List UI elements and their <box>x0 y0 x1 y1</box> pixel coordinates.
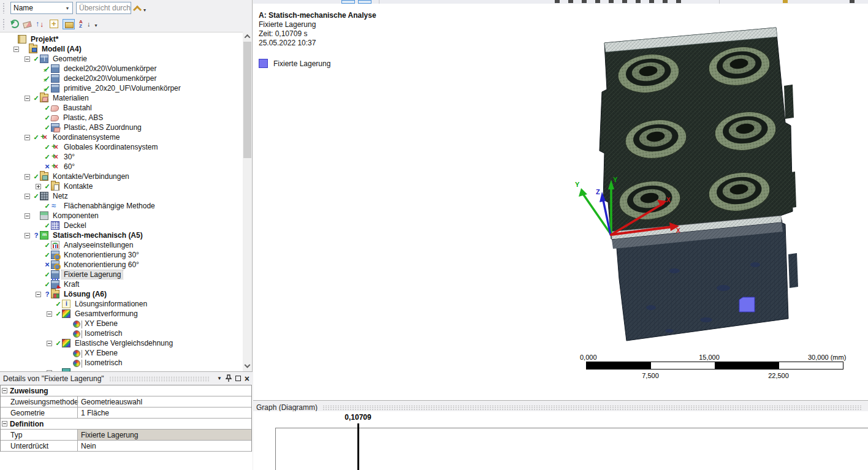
tree-item[interactable]: ✓deckel20x20\Volumenkörper <box>0 64 243 74</box>
tree-item[interactable]: ?Lösung (A6) <box>0 289 243 299</box>
tree-item[interactable]: ✓deckel20x20\Volumenkörper <box>0 74 243 83</box>
expand-toggle-icon[interactable] <box>47 341 52 346</box>
axes-icon <box>51 143 59 151</box>
status-x-icon: × <box>44 162 51 171</box>
analysis-time: Zeit: 0,10709 s <box>259 29 376 39</box>
collapse-icon[interactable] <box>2 421 7 426</box>
tree-item[interactable]: ✓Materialien <box>0 93 243 103</box>
tree-item[interactable]: ✓Flächenabhängige Methode <box>0 201 243 211</box>
status-check-icon: ✓ <box>44 113 51 122</box>
search-input[interactable]: Übersicht durch <box>76 2 131 14</box>
tag-icon <box>50 115 59 121</box>
time-marker-line[interactable] <box>357 423 359 470</box>
scrollbar-thumb[interactable] <box>243 42 251 158</box>
status-check-icon: ✓ <box>44 143 51 151</box>
tree-item[interactable]: XY Ebene <box>0 348 243 358</box>
expand-spacer <box>47 301 52 307</box>
tree-item[interactable]: ✓Globales Koordinatensystem <box>0 142 243 152</box>
sort-updown-icon[interactable] <box>36 20 45 29</box>
chevron-down-icon[interactable]: ▼ <box>63 2 72 13</box>
mesh-icon <box>40 192 48 200</box>
tree-item[interactable]: ?Statisch-mechanisch (A5) <box>0 230 243 240</box>
tree-item[interactable]: ✓Geometrie <box>0 54 243 64</box>
tree-item[interactable]: ✓Plastic, ABS Zuordnung <box>0 123 243 132</box>
panel-menu-icon[interactable]: ▼ <box>217 376 222 381</box>
status-check-icon: ✓ <box>32 172 40 181</box>
toolbar-grip[interactable] <box>2 18 6 29</box>
tree-item[interactable]: ✓Deckel <box>0 221 243 230</box>
tree-item[interactable]: ✓30° <box>0 152 243 162</box>
tree-item-label: Projekt* <box>29 35 60 44</box>
details-property-value[interactable]: Fixierte Lagerung <box>77 430 251 440</box>
insert-icon[interactable] <box>50 20 58 28</box>
details-property-value[interactable]: Nein <box>77 441 251 451</box>
tree-item[interactable]: ✓Plastic, ABS <box>0 113 243 123</box>
tree-item[interactable]: Isometrisch <box>0 358 243 368</box>
expand-spacer <box>36 66 41 72</box>
tree-item[interactable]: ✓Elastische Vergleichsdehnung <box>0 338 243 348</box>
tree-item[interactable]: ✓Koordinatensysteme <box>0 132 243 142</box>
expand-toggle-icon[interactable] <box>25 56 30 62</box>
tree-item[interactable]: Modell (A4) <box>0 44 243 54</box>
scroll-up-icon[interactable] <box>243 32 252 41</box>
tree-item[interactable]: ✓Gesamtverformung <box>0 309 243 319</box>
refresh-icon[interactable] <box>10 20 19 28</box>
expand-toggle-icon[interactable] <box>25 194 30 199</box>
tree-item[interactable]: ✓Lösungsinformationen <box>0 299 243 309</box>
tree-item-label: Baustahl <box>61 104 94 112</box>
expand-spacer <box>36 252 41 258</box>
expand-toggle-icon[interactable] <box>25 233 30 238</box>
name-filter-select[interactable]: Name ▼ <box>10 2 73 14</box>
expand-toggle-icon[interactable] <box>47 311 52 317</box>
more-options-icon[interactable]: ▾ <box>143 7 146 13</box>
expand-toggle-icon[interactable] <box>36 184 41 189</box>
axes-icon <box>51 153 59 161</box>
expand-search-icon[interactable] <box>133 5 142 13</box>
legend-swatch <box>259 59 268 68</box>
materials-icon <box>40 94 48 102</box>
tree-item[interactable]: ✓Netz <box>0 191 243 201</box>
viewport-annotation: A: Statisch-mechanische Analyse Fixierte… <box>259 11 376 48</box>
pin-icon[interactable] <box>226 374 232 382</box>
details-row: TypFixierte Lagerung <box>1 430 251 441</box>
tree-item[interactable]: ✓Baustahl <box>0 103 243 113</box>
tree-item[interactable]: ✓Kontakte <box>0 181 243 191</box>
meshed-model[interactable]: Y Y Z X X <box>566 22 809 346</box>
tree-item[interactable]: ×60° <box>0 162 243 172</box>
toolbar-grip[interactable] <box>2 2 6 13</box>
tree-item[interactable]: XY Ebene <box>0 319 243 328</box>
details-property-value[interactable]: 1 Fläche <box>77 407 251 418</box>
expand-toggle-icon[interactable] <box>25 135 30 140</box>
tree-item[interactable]: ×Knotenorientierung 60° <box>0 260 243 270</box>
erase-icon[interactable] <box>23 21 32 28</box>
close-icon[interactable]: × <box>245 376 249 382</box>
more-icon[interactable]: ▾ <box>95 23 97 28</box>
expand-toggle-icon[interactable] <box>36 292 41 297</box>
tree-item[interactable]: ✓primitive_20x20_UF\Volumenkörper <box>0 83 243 93</box>
scroll-down-icon[interactable] <box>243 362 252 371</box>
status-check-icon: ✓ <box>44 153 51 161</box>
expand-toggle-icon[interactable] <box>25 96 30 101</box>
status-check-icon: ✓ <box>55 309 62 318</box>
tree-item[interactable]: ✓Knotenorientierung 30° <box>0 250 243 260</box>
collapse-icon[interactable] <box>2 388 7 393</box>
worksheet-icon[interactable] <box>63 19 75 29</box>
tree-scrollbar[interactable] <box>243 32 252 371</box>
geometry-viewport[interactable]: A: Statisch-mechanische Analyse Fixierte… <box>253 0 868 400</box>
tree-item[interactable]: ✓Analyseeinstellungen <box>0 240 243 250</box>
tagcube-icon <box>51 123 59 132</box>
tree-item[interactable]: ✓Fixierte Lagerung <box>0 270 243 279</box>
axis-y-label: Y <box>613 176 618 183</box>
tree-item[interactable]: ✓Kraft <box>0 279 243 289</box>
tree-item[interactable]: Isometrisch <box>0 328 243 338</box>
expand-toggle-icon[interactable] <box>25 213 30 219</box>
maximize-icon[interactable] <box>235 376 241 381</box>
tree-item[interactable]: Komponenten <box>0 211 243 221</box>
details-property-value[interactable]: Geometrieauswahl <box>77 396 251 407</box>
tree-item-label: Plastic, ABS <box>61 113 105 122</box>
expand-toggle-icon[interactable] <box>13 47 19 52</box>
sort-az-icon[interactable] <box>79 20 85 29</box>
expand-toggle-icon[interactable] <box>25 174 30 180</box>
tree-item[interactable]: ✓Kontakte/Verbindungen <box>0 172 243 181</box>
tree-item[interactable]: Projekt* <box>0 34 243 44</box>
